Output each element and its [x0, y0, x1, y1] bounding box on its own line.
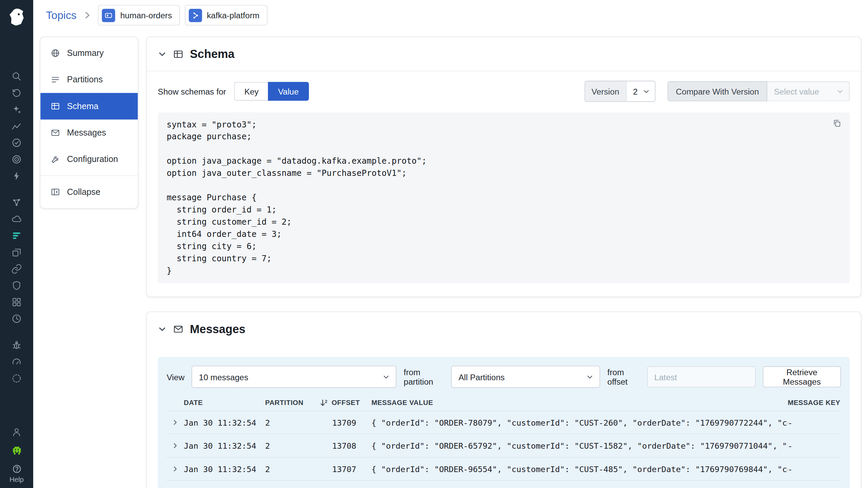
profiling-icon[interactable]: [8, 356, 25, 367]
history-icon[interactable]: [8, 87, 25, 98]
data-streams-icon[interactable]: [8, 230, 25, 241]
message-row[interactable]: Jan 30 11:32:54 2 13707 { "orderId": "OR…: [166, 457, 841, 481]
schema-section-title: Schema: [190, 47, 235, 61]
sidebar-item-label: Partitions: [67, 75, 103, 84]
scheduler-icon[interactable]: [8, 312, 25, 324]
copy-icon[interactable]: [831, 117, 843, 129]
sidebar-item-label: Messages: [67, 128, 106, 138]
security-icon[interactable]: [8, 279, 25, 291]
expand-row-chevron-icon[interactable]: [166, 465, 184, 472]
sidebar-item-label: Schema: [67, 101, 99, 111]
envelope-icon: [51, 128, 60, 138]
topic-icon: [102, 8, 115, 22]
dashboards-icon[interactable]: [8, 246, 25, 258]
help-icon: [11, 464, 22, 474]
cluster-chip[interactable]: kafka-platform: [185, 5, 267, 25]
globe-icon: [51, 48, 60, 58]
search-icon[interactable]: [8, 70, 25, 82]
cell-date: Jan 30 11:32:54: [184, 441, 265, 450]
sidebar-item-partitions[interactable]: Partitions: [40, 66, 138, 93]
apm-icon[interactable]: [8, 197, 25, 208]
compare-version-group: Compare With Version Select value: [668, 81, 850, 101]
sidebar-collapse-label: Collapse: [67, 187, 100, 197]
pixel-pet-icon[interactable]: [8, 445, 25, 456]
messages-panel: View 10 messages from partition All Part…: [158, 357, 850, 488]
messages-section-title: Messages: [190, 323, 245, 336]
table-icon: [51, 101, 60, 111]
chevron-right-icon: [83, 11, 92, 20]
expand-row-chevron-icon[interactable]: [166, 419, 184, 426]
sparkles-icon[interactable]: [8, 103, 25, 115]
synthetics-icon[interactable]: [8, 153, 25, 165]
sidebar-item-label: Configuration: [67, 155, 118, 164]
chevron-down-icon: [836, 88, 844, 95]
partition-select-value: All Partitions: [458, 372, 505, 382]
column-header-message-value: MESSAGE VALUE: [372, 399, 788, 407]
version-value: 2: [626, 87, 643, 96]
partition-select[interactable]: All Partitions: [451, 366, 600, 388]
column-header-date: DATE: [184, 399, 265, 407]
column-header-offset[interactable]: 2 OFFSET: [319, 398, 371, 408]
messages-collapse-chevron-icon[interactable]: [158, 325, 166, 333]
cell-date: Jan 30 11:32:54: [184, 418, 265, 427]
sidebar-divider: [40, 176, 138, 176]
sidebar-collapse-button[interactable]: Collapse: [40, 179, 138, 205]
schema-type-toggle: Key Value: [234, 82, 309, 101]
key-toggle-button[interactable]: Key: [234, 82, 268, 101]
value-toggle-button[interactable]: Value: [268, 82, 309, 101]
cell-date: Jan 30 11:32:54: [184, 465, 265, 473]
help-button[interactable]: Help: [9, 464, 24, 484]
cell-offset: 13708: [319, 441, 371, 450]
message-count-select[interactable]: 10 messages: [192, 366, 396, 388]
schema-code-block: syntax = "proto3"; package purchase; opt…: [158, 112, 850, 283]
sidebar-item-label: Summary: [67, 48, 104, 58]
metrics-icon[interactable]: [8, 120, 25, 131]
sidebar-item-messages[interactable]: Messages: [40, 120, 138, 146]
sidebar-item-summary[interactable]: Summary: [40, 40, 138, 66]
message-row[interactable]: Jan 30 11:32:54 2 13706 { "orderId": "OR…: [166, 480, 841, 488]
settings-icon[interactable]: [8, 372, 25, 384]
message-count-value: 10 messages: [199, 372, 249, 382]
bug-icon[interactable]: [8, 339, 25, 351]
wrench-icon: [51, 155, 60, 164]
integrations-icon[interactable]: [8, 263, 25, 274]
events-icon[interactable]: [8, 170, 25, 181]
expand-row-chevron-icon[interactable]: [166, 442, 184, 449]
cell-message-value: { "orderId": "ORDER-78079", "customerId"…: [372, 418, 788, 427]
offset-input[interactable]: [647, 366, 756, 387]
retrieve-messages-button[interactable]: Retrieve Messages: [763, 366, 841, 387]
schema-table-icon: [173, 49, 184, 60]
cell-partition: 2: [265, 418, 319, 427]
collapse-panel-icon: [51, 187, 60, 197]
help-label: Help: [9, 476, 24, 484]
monitors-icon[interactable]: [8, 137, 25, 148]
view-label: View: [166, 372, 184, 382]
compare-with-version-button[interactable]: Compare With Version: [668, 81, 767, 101]
schema-collapse-chevron-icon[interactable]: [158, 50, 166, 59]
topic-chip[interactable]: human-orders: [98, 5, 180, 25]
from-partition-label: from partition: [404, 367, 444, 386]
cell-offset: 13709: [319, 418, 371, 427]
schema-code: syntax = "proto3"; package purchase; opt…: [166, 118, 841, 277]
messages-table: DATE PARTITION 2 OFFSET MESSAGE VALUE ME…: [166, 395, 841, 488]
cell-partition: 2: [265, 465, 319, 473]
sidebar-item-configuration[interactable]: Configuration: [40, 146, 138, 172]
version-select[interactable]: Version 2: [584, 81, 655, 102]
user-icon[interactable]: [8, 426, 25, 438]
message-row[interactable]: Jan 30 11:32:54 2 13709 { "orderId": "OR…: [166, 410, 841, 434]
top-bar: Topics human-orders kafka-platform: [33, 0, 868, 30]
topic-chip-label: human-orders: [120, 11, 172, 20]
message-row[interactable]: Jan 30 11:32:54 2 13708 { "orderId": "OR…: [166, 434, 841, 457]
cell-message-key: -: [788, 465, 841, 473]
sidebar-item-schema[interactable]: Schema: [40, 93, 138, 119]
chevron-down-icon: [643, 88, 650, 95]
compare-version-select[interactable]: Select value: [767, 81, 850, 101]
cluster-icon: [189, 8, 202, 22]
from-offset-label: from offset: [607, 367, 640, 386]
breadcrumb-topics-link[interactable]: Topics: [46, 9, 77, 22]
containers-icon[interactable]: [8, 296, 25, 307]
cell-message-value: { "orderId": "ORDER-65792", "customerId"…: [372, 441, 788, 450]
cloud-icon[interactable]: [8, 213, 25, 225]
cell-offset: 13707: [319, 465, 371, 473]
datadog-logo[interactable]: [4, 4, 29, 27]
